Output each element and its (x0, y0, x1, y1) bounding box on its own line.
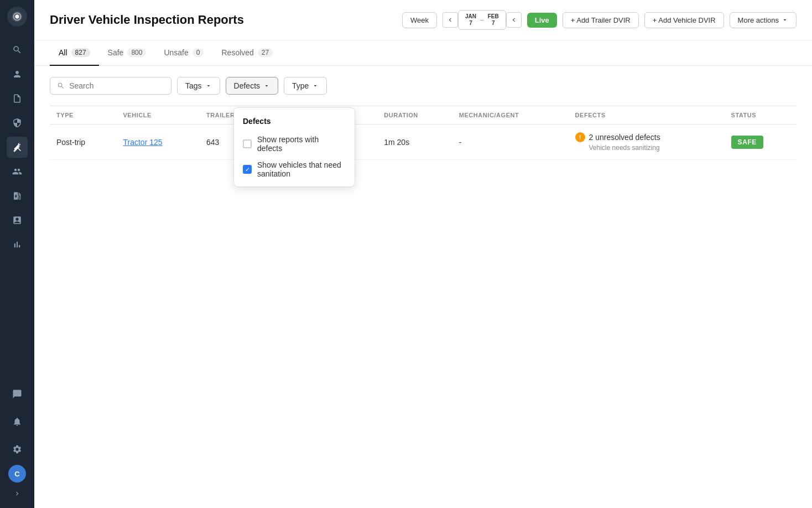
defects-option-1[interactable]: Show reports with defects (234, 131, 355, 157)
date-from-day: 7 (469, 20, 472, 27)
week-button[interactable]: Week (402, 12, 437, 28)
sidebar-item-drivers[interactable] (7, 64, 28, 85)
sidebar-item-maintenance[interactable] (7, 137, 28, 158)
app-logo[interactable] (7, 7, 27, 27)
search-input[interactable] (69, 81, 164, 90)
col-type: TYPE (50, 106, 116, 125)
date-range: JAN 7 – FEB 7 (458, 10, 506, 30)
main-content: Driver Vehicle Inspection Reports Week J… (34, 0, 812, 508)
sidebar-item-search[interactable] (7, 39, 28, 60)
date-to-day: 7 (492, 20, 495, 27)
defect-dot: ! (575, 132, 585, 142)
date-separator: – (480, 16, 484, 24)
defects-sub: Vehicle needs sanitizing (589, 144, 718, 152)
col-vehicle: VEHICLE (116, 106, 199, 125)
sidebar-item-notifications[interactable] (7, 411, 28, 432)
defects-filter-button[interactable]: Defects (226, 77, 278, 95)
defects-dropdown-title: Defects (234, 115, 355, 131)
tab-all[interactable]: All 827 (50, 40, 99, 66)
header-controls: Week JAN 7 – FEB 7 (402, 10, 797, 30)
content-area: Tags Defects Type Defects Show reports w… (34, 66, 812, 508)
tab-safe[interactable]: Safe 800 (99, 40, 155, 66)
date-to-month: FEB (488, 13, 499, 20)
tab-safe-badge: 800 (127, 48, 146, 57)
tags-filter-button[interactable]: Tags (177, 77, 220, 95)
defects-dropdown-icon (263, 82, 270, 89)
row-vehicle: Tractor 125 (116, 125, 199, 160)
status-badge: SAFE (731, 136, 763, 149)
add-vehicle-dvir-button[interactable]: + Add Vehicle DVIR (644, 12, 724, 28)
col-status: STATUS (725, 106, 797, 125)
date-from-month: JAN (465, 13, 476, 20)
sidebar-item-documents[interactable] (7, 88, 28, 109)
row-type: Post-trip (50, 125, 116, 160)
defects-count: ! 2 unresolved defects (575, 132, 718, 142)
sidebar-expand-btn[interactable] (7, 486, 28, 501)
type-dropdown-icon (312, 82, 319, 89)
col-mechanic: MECHANIC/AGENT (452, 106, 569, 125)
sidebar-item-fuel[interactable] (7, 185, 28, 206)
more-actions-button[interactable]: More actions (730, 12, 797, 28)
defects-option-1-checkbox[interactable] (243, 139, 252, 148)
tags-dropdown-icon (205, 82, 212, 89)
add-trailer-dvir-button[interactable]: + Add Trailer DVIR (563, 12, 639, 28)
sidebar-item-analytics[interactable] (7, 234, 28, 255)
search-icon (57, 81, 65, 90)
table-row: Post-trip Tractor 125 643 Mar 23, 5:34 P… (50, 125, 797, 160)
row-defects: ! 2 unresolved defects Vehicle needs san… (569, 125, 725, 160)
defects-count-label: 2 unresolved defects (589, 133, 660, 142)
tab-resolved[interactable]: Resolved 27 (212, 40, 282, 66)
page-title: Driver Vehicle Inspection Reports (50, 13, 393, 27)
defects-option-2[interactable]: Show vehicles that need sanitation (234, 157, 355, 182)
col-duration: DURATION (377, 106, 452, 125)
next-date-btn[interactable] (506, 12, 522, 28)
page-header: Driver Vehicle Inspection Reports Week J… (34, 0, 812, 40)
sidebar-item-safety[interactable] (7, 112, 28, 133)
tab-unsafe-badge: 0 (192, 48, 204, 57)
filters-bar: Tags Defects Type (50, 77, 797, 95)
defects-option-2-label: Show vehicles that need sanitation (257, 160, 346, 178)
search-box[interactable] (50, 77, 171, 95)
tabs-bar: All 827 Safe 800 Unsafe 0 Resolved 27 (34, 40, 812, 66)
tab-resolved-badge: 27 (258, 48, 273, 57)
defects-option-1-label: Show reports with defects (257, 135, 346, 153)
sidebar-item-settings[interactable] (7, 439, 28, 460)
sidebar: C (0, 0, 34, 508)
sidebar-item-chat[interactable] (7, 383, 28, 405)
live-button[interactable]: Live (527, 13, 557, 28)
sidebar-item-team[interactable] (7, 161, 28, 182)
dvir-table: TYPE VEHICLE TRAILER SIGNED AT DURATION … (50, 106, 797, 160)
defects-dropdown: Defects Show reports with defects Show v… (233, 107, 355, 187)
type-filter-button[interactable]: Type (284, 77, 327, 95)
user-avatar[interactable]: C (8, 465, 26, 483)
vehicle-link[interactable]: Tractor 125 (123, 138, 162, 147)
prev-date-btn[interactable] (443, 12, 458, 28)
col-defects: DEFECTS (569, 106, 725, 125)
sidebar-item-reports[interactable] (7, 210, 28, 231)
defects-option-2-checkbox[interactable] (243, 165, 252, 174)
row-mechanic: - (452, 125, 569, 160)
defects-cell: ! 2 unresolved defects Vehicle needs san… (575, 132, 718, 152)
row-status: SAFE (725, 125, 797, 160)
tab-unsafe[interactable]: Unsafe 0 (155, 40, 212, 66)
row-duration: 1m 20s (377, 125, 452, 160)
tab-all-badge: 827 (71, 48, 90, 57)
